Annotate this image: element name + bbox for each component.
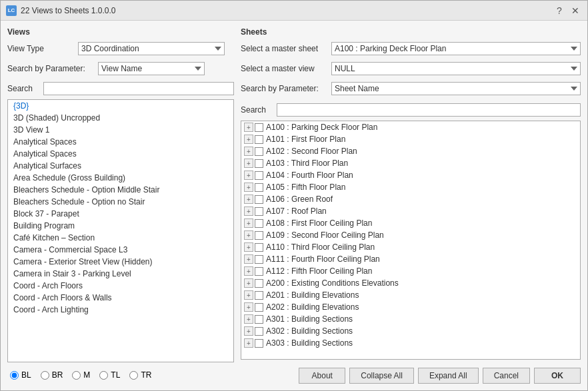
tree-checkbox[interactable] (255, 303, 263, 312)
expand-icon[interactable]: + (244, 266, 253, 276)
sheets-search-input[interactable] (277, 103, 581, 117)
expand-icon[interactable]: + (244, 314, 253, 324)
tree-checkbox[interactable] (255, 243, 263, 252)
tree-checkbox[interactable] (255, 279, 263, 288)
list-item[interactable]: Camera in Stair 3 - Parking Level (8, 268, 233, 280)
sheets-search-by-param-select[interactable]: Sheet Name (331, 82, 581, 95)
list-item[interactable]: Coord - Arch Lighting (8, 304, 233, 316)
list-item[interactable]: Area Schedule (Gross Building) (8, 172, 233, 184)
tree-item[interactable]: + A202 : Building Elevations (241, 301, 580, 313)
expand-icon[interactable]: + (244, 147, 253, 156)
expand-icon[interactable]: + (244, 206, 253, 216)
tree-checkbox[interactable] (255, 327, 263, 336)
master-view-select[interactable]: NULL (331, 62, 581, 75)
about-button[interactable]: About (299, 368, 345, 384)
radio-tl[interactable]: TL (99, 370, 120, 380)
list-item[interactable]: Coord - Arch Floors & Walls (8, 292, 233, 304)
radio-br[interactable]: BR (41, 370, 63, 380)
sheets-tree[interactable]: + A100 : Parking Deck Floor Plan + A101 … (241, 121, 581, 360)
collapse-all-button[interactable]: Collapse All (349, 368, 414, 384)
expand-icon[interactable]: + (244, 135, 253, 144)
views-list[interactable]: {3D} 3D (Shaded) Uncropped 3D View 1 Ana… (7, 99, 234, 362)
radio-tr[interactable]: TR (129, 370, 151, 380)
tree-checkbox[interactable] (255, 159, 263, 168)
expand-icon[interactable]: + (244, 218, 253, 228)
tree-item[interactable]: + A101 : First Floor Plan (241, 133, 580, 145)
list-item[interactable]: Building Program (8, 220, 233, 232)
view-type-select[interactable]: 3D Coordination (78, 42, 225, 55)
expand-icon[interactable]: + (244, 171, 253, 180)
tree-item[interactable]: + A100 : Parking Deck Floor Plan (241, 121, 580, 133)
expand-all-button[interactable]: Expand All (418, 368, 479, 384)
tree-checkbox[interactable] (255, 171, 263, 180)
tree-checkbox[interactable] (255, 123, 263, 132)
tree-item[interactable]: + A201 : Building Elevations (241, 289, 580, 301)
master-sheet-row: Select a master sheet A100 : Parking Dec… (241, 42, 581, 55)
cancel-button[interactable]: Cancel (483, 368, 530, 384)
tree-item[interactable]: + A104 : Fourth Floor Plan (241, 169, 580, 181)
close-button[interactable]: ✕ (569, 4, 582, 17)
tree-checkbox[interactable] (255, 267, 263, 276)
expand-icon[interactable]: + (244, 326, 253, 336)
tree-checkbox[interactable] (255, 135, 263, 144)
master-sheet-select[interactable]: A100 : Parking Deck Floor Plan (331, 42, 581, 55)
tree-checkbox[interactable] (255, 219, 263, 228)
expand-icon[interactable]: + (244, 254, 253, 264)
expand-icon[interactable]: + (244, 183, 253, 192)
tree-checkbox[interactable] (255, 183, 263, 192)
tree-item[interactable]: + A301 : Building Sections (241, 313, 580, 325)
tree-checkbox[interactable] (255, 255, 263, 264)
help-button[interactable]: ? (553, 4, 566, 17)
tree-item[interactable]: + A303 : Building Sections (241, 337, 580, 349)
list-item[interactable]: 3D View 1 (8, 124, 233, 136)
expand-icon[interactable]: + (244, 195, 253, 204)
tree-item[interactable]: + A111 : Fourth Floor Ceiling Plan (241, 253, 580, 265)
list-item[interactable]: Camera - Commercial Space L3 (8, 244, 233, 256)
tree-checkbox[interactable] (255, 207, 263, 216)
tree-item[interactable]: + A106 : Green Roof (241, 193, 580, 205)
tree-checkbox[interactable] (255, 315, 263, 324)
tree-label: A201 : Building Elevations (266, 290, 359, 300)
views-search-row: Search (7, 82, 234, 95)
tree-item[interactable]: + A102 : Second Floor Plan (241, 145, 580, 157)
list-item[interactable]: 3D (Shaded) Uncropped (8, 112, 233, 124)
tree-checkbox[interactable] (255, 339, 263, 348)
expand-icon[interactable]: + (244, 278, 253, 288)
radio-bl[interactable]: BL (10, 370, 31, 380)
expand-icon[interactable]: + (244, 290, 253, 300)
list-item[interactable]: Coord - Arch Floors (8, 280, 233, 292)
list-item[interactable]: Bleachers Schedule - Option no Stair (8, 196, 233, 208)
tree-checkbox[interactable] (255, 291, 263, 300)
ok-button[interactable]: OK (534, 368, 581, 384)
list-item[interactable]: Analytical Spaces (8, 136, 233, 148)
sheets-search-label: Search (241, 105, 273, 115)
tree-item[interactable]: + A103 : Third Floor Plan (241, 157, 580, 169)
list-item[interactable]: Analytical Surfaces (8, 160, 233, 172)
list-item[interactable]: Block 37 - Parapet (8, 208, 233, 220)
expand-icon[interactable]: + (244, 230, 253, 240)
tree-item[interactable]: + A110 : Third Floor Ceiling Plan (241, 241, 580, 253)
tree-item[interactable]: + A109 : Second Floor Ceiling Plan (241, 229, 580, 241)
tree-checkbox[interactable] (255, 231, 263, 240)
expand-icon[interactable]: + (244, 123, 253, 132)
tree-item[interactable]: + A302 : Building Sections (241, 325, 580, 337)
expand-icon[interactable]: + (244, 338, 253, 348)
tree-item[interactable]: + A108 : First Floor Ceiling Plan (241, 217, 580, 229)
list-item[interactable]: Camera - Exterior Street View (Hidden) (8, 256, 233, 268)
expand-icon[interactable]: + (244, 159, 253, 168)
list-item[interactable]: {3D} (8, 100, 233, 112)
list-item[interactable]: Café Kitchen – Section (8, 232, 233, 244)
tree-item[interactable]: + A105 : Fifth Floor Plan (241, 181, 580, 193)
tree-item[interactable]: + A112 : Fifth Floor Ceiling Plan (241, 265, 580, 277)
tree-checkbox[interactable] (255, 147, 263, 156)
expand-icon[interactable]: + (244, 242, 253, 252)
list-item[interactable]: Bleachers Schedule - Option Middle Stair (8, 184, 233, 196)
radio-m[interactable]: M (72, 370, 90, 380)
search-by-param-select[interactable]: View Name (98, 62, 205, 75)
tree-item[interactable]: + A200 : Existing Conditions Elevations (241, 277, 580, 289)
tree-checkbox[interactable] (255, 195, 263, 204)
expand-icon[interactable]: + (244, 302, 253, 312)
views-search-input[interactable] (43, 82, 234, 95)
list-item[interactable]: Analytical Spaces (8, 148, 233, 160)
tree-item[interactable]: + A107 : Roof Plan (241, 205, 580, 217)
